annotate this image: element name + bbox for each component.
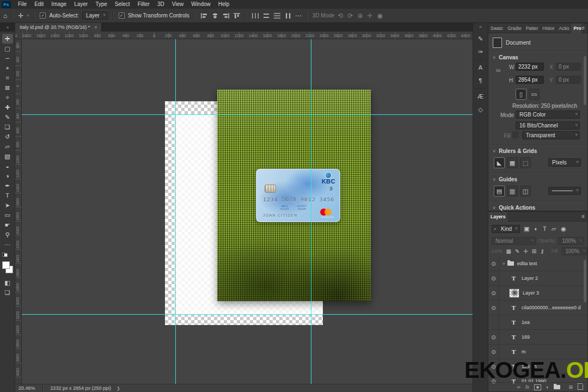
layers-menu-icon[interactable]: ≡ (581, 213, 585, 219)
tab-gradie[interactable]: Gradie (505, 23, 524, 33)
fill-swatch[interactable] (512, 131, 519, 138)
height-field[interactable]: 2854 px (516, 76, 544, 84)
lock-position-icon[interactable]: ✛ (523, 248, 528, 254)
text-layer-icon[interactable]: T (509, 304, 518, 312)
layer-row[interactable]: ⊙T169 (488, 330, 587, 345)
grid-toggle-icon[interactable]: ▦ (507, 157, 518, 168)
tab-swatc[interactable]: Swatc (488, 23, 505, 33)
gradient-tool[interactable]: ▧ (2, 151, 13, 161)
menu-layer[interactable]: Layer (70, 0, 91, 9)
filter-shape-layers-icon[interactable]: ▱ (552, 225, 556, 232)
layer-name[interactable]: Layer 3 (523, 290, 539, 296)
lock-artboard-icon[interactable]: ⊞ (532, 248, 536, 254)
dock-collapse-icon[interactable]: « (479, 24, 481, 29)
blur-tool[interactable]: ◒ (2, 161, 13, 171)
tab-layers[interactable]: Layers (488, 212, 507, 222)
add-mask-icon[interactable] (534, 384, 541, 390)
default-colors-icon[interactable] (2, 253, 8, 257)
status-chevron-icon[interactable]: ❯ (117, 386, 120, 391)
dodge-tool[interactable]: ◑ (2, 171, 13, 181)
lock-pixels-icon[interactable]: ✎ (515, 248, 519, 254)
filter-adjustment-layers-icon[interactable]: ◐ (534, 225, 538, 232)
layer-row[interactable]: ⊙Layer 3 (488, 286, 587, 301)
visibility-toggle-icon[interactable]: ⊙ (488, 256, 499, 271)
3d-panel-icon[interactable]: ◇ (475, 103, 487, 115)
menu-view[interactable]: View (168, 0, 188, 9)
group-expand-icon[interactable]: ˅ (503, 261, 505, 266)
ruler-vertical[interactable]: 6004002000200400600800100012001400160018… (15, 39, 22, 384)
layers-scrollbar[interactable] (584, 260, 586, 302)
layer-name[interactable]: m (522, 349, 526, 354)
brush-settings-panel-icon[interactable]: ✎ (475, 33, 487, 45)
canvas-area[interactable]: KBC ))) 1234 5678 9012 3456 VALID 01/20 … (22, 39, 473, 384)
3d-roll-icon[interactable]: ⟳ (347, 13, 353, 19)
mode-dropdown[interactable]: RGB Color (516, 111, 580, 119)
filter-smart-objects-icon[interactable]: ◉ (561, 225, 566, 232)
layer-row[interactable]: ⊙TLayer 2 (488, 271, 587, 286)
filter-pixel-layers-icon[interactable]: ▣ (524, 225, 529, 232)
object-selection-tool[interactable]: ⌖ (2, 63, 13, 73)
ruler-units-dropdown[interactable]: Pixels (548, 158, 581, 167)
lock-guides-icon[interactable]: ◫ (520, 186, 531, 197)
text-layer-icon[interactable]: T (509, 348, 518, 356)
screen-mode-icon[interactable]: ❏ (2, 287, 13, 297)
menu-3d[interactable]: 3D (154, 0, 168, 9)
marquee-tool[interactable]: ▢ (2, 44, 13, 53)
hand-tool[interactable]: ☛ (2, 220, 13, 230)
snap-toggle-icon[interactable]: ⬚ (520, 157, 531, 168)
pen-tool[interactable]: ✒ (2, 181, 13, 191)
layers-fill-value[interactable]: 100% (561, 247, 587, 255)
close-icon[interactable]: × (94, 24, 97, 30)
lock-all-icon[interactable]: ⚷ (540, 248, 544, 254)
move-tool[interactable]: ✛ (2, 34, 13, 44)
guides-header[interactable]: ˅Guides (493, 176, 517, 182)
width-field[interactable]: 2232 px (516, 63, 544, 71)
text-layer-icon[interactable]: T (509, 274, 518, 283)
history-brush-tool[interactable]: ↺ (2, 132, 13, 142)
shape-tool[interactable]: ▭ (2, 210, 13, 220)
zoom-level[interactable]: 20.46% (19, 385, 35, 391)
link-dimensions-icon[interactable]: ∞ (496, 66, 501, 74)
brushes-panel-icon[interactable]: ✑ (475, 46, 487, 58)
link-layers-icon[interactable]: ∞ (517, 384, 520, 390)
edit-toolbar[interactable]: ⋯ (2, 240, 13, 249)
color-swatches[interactable] (2, 261, 13, 273)
text-layer-icon[interactable]: T (509, 318, 518, 327)
healing-brush-tool[interactable]: ✚ (2, 102, 13, 112)
layer-effects-icon[interactable]: fx (525, 384, 529, 390)
tab-histor[interactable]: Histor (540, 23, 556, 33)
align-center-h-icon[interactable] (211, 13, 219, 19)
bit-depth-dropdown[interactable]: 16 Bits/Channel (516, 121, 580, 130)
type-tool[interactable]: T (2, 191, 13, 200)
distribute-bottom-icon[interactable] (284, 13, 292, 19)
guide-style-dropdown[interactable] (548, 187, 581, 195)
visibility-toggle-icon[interactable]: ⊙ (488, 301, 499, 315)
distribute-top-icon[interactable] (273, 13, 281, 19)
visibility-toggle-icon[interactable]: ⊙ (488, 271, 499, 285)
align-right-icon[interactable] (222, 13, 230, 19)
delete-layer-icon[interactable] (578, 384, 583, 390)
foreground-color-swatch[interactable] (2, 261, 10, 269)
lasso-tool[interactable]: ∽ (2, 53, 13, 63)
guide-vertical-1[interactable] (175, 39, 176, 384)
menu-edit[interactable]: Edit (30, 0, 47, 9)
menu-window[interactable]: Window (187, 0, 215, 9)
frame-tool[interactable]: ⊠ (2, 83, 13, 93)
blend-mode-dropdown[interactable]: Normal (492, 237, 536, 245)
fill-dropdown[interactable]: Transparent (522, 131, 580, 139)
layer-row[interactable]: ⊙˅edita text (488, 256, 587, 271)
3d-slide-icon[interactable]: ✛ (367, 13, 373, 19)
kind-filter-dropdown[interactable]: ⌕ Kind (492, 225, 520, 233)
3d-camera-icon[interactable]: ◉ (377, 13, 383, 19)
glyphs-panel-icon[interactable]: Æ (475, 90, 487, 102)
path-selection-tool[interactable]: ➤ (2, 200, 13, 210)
new-layer-icon[interactable]: ⊞ (568, 384, 573, 390)
menu-filter[interactable]: Filter (134, 0, 154, 9)
ruler-horizontal[interactable]: 2000180016001400120010008006004002000200… (15, 32, 473, 39)
distribute-left-icon[interactable] (252, 13, 259, 19)
chevron-down-icon[interactable]: ˅ (27, 14, 29, 17)
y-field[interactable]: 0 px (556, 76, 581, 84)
new-group-icon[interactable] (554, 385, 560, 389)
move-tool-icon[interactable]: ✛ (18, 13, 23, 19)
guides-toggle-icon[interactable]: ▤ (494, 186, 505, 197)
